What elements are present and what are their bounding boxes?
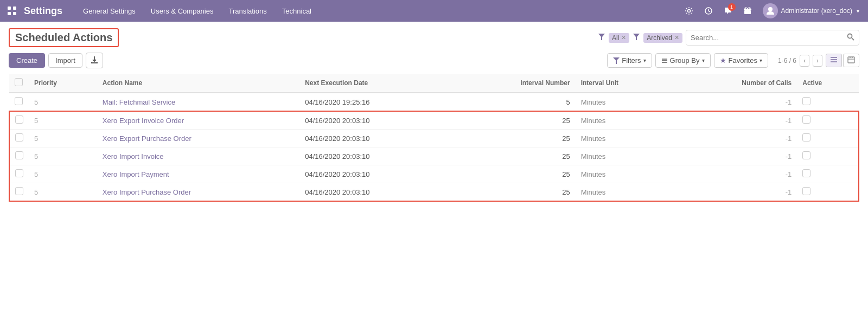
row-active-checkbox[interactable] bbox=[802, 133, 810, 142]
row-active-cell bbox=[797, 165, 859, 183]
col-interval-unit: Interval Unit bbox=[576, 74, 674, 93]
row-priority: 5 bbox=[29, 130, 97, 147]
favorites-chevron: ▾ bbox=[760, 57, 762, 63]
row-checkbox[interactable] bbox=[15, 115, 23, 124]
next-page-button[interactable]: › bbox=[813, 55, 822, 67]
filter-tag-all-remove[interactable]: ✕ bbox=[621, 34, 626, 41]
page-title: Scheduled Actions bbox=[15, 31, 112, 44]
list-view-button[interactable] bbox=[826, 54, 842, 67]
row-number-of-calls: -1 bbox=[674, 130, 797, 147]
row-active-checkbox[interactable] bbox=[802, 97, 810, 105]
row-interval-unit: Minutes bbox=[576, 147, 674, 165]
row-number-of-calls: -1 bbox=[674, 183, 797, 202]
row-interval-unit: Minutes bbox=[576, 183, 674, 202]
chat-icon-wrapper[interactable]: 1 bbox=[719, 2, 737, 20]
svg-rect-1 bbox=[13, 7, 16, 10]
favorites-label: Favorites bbox=[729, 56, 757, 65]
search-input[interactable] bbox=[686, 31, 843, 44]
top-navigation: Settings General Settings Users & Compan… bbox=[0, 0, 868, 22]
row-action-name[interactable]: Xero Import Payment bbox=[97, 165, 299, 183]
row-action-name[interactable]: Xero Export Invoice Order bbox=[97, 111, 299, 130]
select-all-checkbox[interactable] bbox=[15, 78, 23, 86]
row-active-cell bbox=[797, 183, 859, 202]
filters-button[interactable]: Filters ▾ bbox=[607, 53, 652, 68]
row-action-name[interactable]: Mail: Fetchmail Service bbox=[97, 93, 299, 111]
row-checkbox-cell bbox=[9, 111, 29, 130]
row-next-execution: 04/16/2020 20:03:10 bbox=[299, 183, 453, 202]
row-next-execution: 04/16/2020 20:03:10 bbox=[299, 130, 453, 147]
group-by-chevron: ▾ bbox=[702, 57, 705, 63]
table-header: Priority Action Name Next Execution Date… bbox=[9, 74, 859, 93]
row-number-of-calls: -1 bbox=[674, 111, 797, 130]
row-active-checkbox[interactable] bbox=[802, 115, 810, 124]
svg-point-4 bbox=[687, 10, 690, 12]
grid-icon[interactable] bbox=[4, 3, 20, 18]
svg-point-12 bbox=[848, 34, 852, 38]
create-button[interactable]: Create bbox=[9, 53, 45, 68]
col-interval-number: Interval Number bbox=[453, 74, 576, 93]
search-submit-button[interactable] bbox=[843, 30, 859, 45]
filters-label: Filters bbox=[622, 56, 641, 65]
select-all-header bbox=[9, 74, 29, 93]
row-priority: 5 bbox=[29, 93, 97, 111]
page-header: Scheduled Actions All ✕ Archived ✕ bbox=[9, 28, 859, 47]
nav-users-companies[interactable]: Users & Companies bbox=[143, 0, 221, 22]
user-name: Administrator (xero_doc) bbox=[781, 7, 852, 15]
row-checkbox-cell bbox=[9, 93, 29, 111]
row-action-name[interactable]: Xero Export Purchase Order bbox=[97, 130, 299, 147]
svg-marker-11 bbox=[633, 34, 640, 40]
topnav-right-area: 1 Administrator (xero_doc) ▾ bbox=[680, 0, 864, 22]
table-row[interactable]: 5 Xero Export Purchase Order 04/16/2020 … bbox=[9, 130, 859, 147]
row-interval-unit: Minutes bbox=[576, 165, 674, 183]
svg-rect-0 bbox=[8, 7, 11, 10]
calendar-view-button[interactable] bbox=[843, 54, 859, 67]
table-row[interactable]: 5 Xero Export Invoice Order 04/16/2020 2… bbox=[9, 111, 859, 130]
col-priority: Priority bbox=[29, 74, 97, 93]
row-action-name[interactable]: Xero Import Invoice bbox=[97, 147, 299, 165]
row-checkbox[interactable] bbox=[15, 151, 23, 159]
row-active-checkbox[interactable] bbox=[802, 169, 810, 177]
table-row[interactable]: 5 Xero Import Invoice 04/16/2020 20:03:1… bbox=[9, 147, 859, 165]
filter-tag-all: All ✕ bbox=[609, 33, 629, 43]
col-next-execution: Next Execution Date bbox=[299, 74, 453, 93]
filters-chevron: ▾ bbox=[643, 57, 646, 63]
avatar-chevron: ▾ bbox=[857, 8, 859, 14]
pagination-info: 1-6 / 6 bbox=[778, 57, 796, 65]
row-active-cell bbox=[797, 130, 859, 147]
row-next-execution: 04/16/2020 20:03:10 bbox=[299, 111, 453, 130]
filter-tag-archived-remove[interactable]: ✕ bbox=[674, 34, 679, 41]
row-active-checkbox[interactable] bbox=[802, 187, 810, 195]
svg-rect-21 bbox=[848, 57, 854, 63]
row-interval-unit: Minutes bbox=[576, 130, 674, 147]
row-interval-number: 25 bbox=[453, 165, 576, 183]
gift-icon-btn[interactable] bbox=[739, 2, 756, 20]
row-checkbox[interactable] bbox=[15, 133, 23, 142]
favorites-button[interactable]: ★ Favorites ▾ bbox=[714, 53, 768, 68]
row-number-of-calls: -1 bbox=[674, 165, 797, 183]
svg-marker-14 bbox=[613, 57, 620, 64]
clock-icon-btn[interactable] bbox=[700, 2, 717, 20]
table-row[interactable]: 5 Mail: Fetchmail Service 04/16/2020 19:… bbox=[9, 93, 859, 111]
row-interval-number: 25 bbox=[453, 147, 576, 165]
group-by-button[interactable]: Group By ▾ bbox=[655, 53, 711, 68]
scheduled-actions-table: Priority Action Name Next Execution Date… bbox=[9, 74, 859, 202]
nav-translations[interactable]: Translations bbox=[221, 0, 274, 22]
import-button[interactable]: Import bbox=[48, 53, 82, 68]
prev-page-button[interactable]: ‹ bbox=[800, 55, 809, 67]
page-content: Scheduled Actions All ✕ Archived ✕ bbox=[0, 22, 868, 208]
download-button[interactable] bbox=[86, 53, 103, 68]
row-checkbox[interactable] bbox=[15, 187, 23, 195]
nav-technical[interactable]: Technical bbox=[275, 0, 319, 22]
user-avatar-menu[interactable]: Administrator (xero_doc) ▾ bbox=[758, 0, 864, 22]
svg-marker-10 bbox=[598, 34, 605, 40]
table-row[interactable]: 5 Xero Import Payment 04/16/2020 20:03:1… bbox=[9, 165, 859, 183]
row-action-name[interactable]: Xero Import Purchase Order bbox=[97, 183, 299, 202]
row-checkbox[interactable] bbox=[15, 97, 23, 105]
settings-icon-btn[interactable] bbox=[680, 2, 698, 20]
row-active-checkbox[interactable] bbox=[802, 151, 810, 159]
nav-general-settings[interactable]: General Settings bbox=[75, 0, 143, 22]
table-row[interactable]: 5 Xero Import Purchase Order 04/16/2020 … bbox=[9, 183, 859, 202]
filter-tag-archived: Archived ✕ bbox=[643, 33, 682, 43]
row-interval-unit: Minutes bbox=[576, 111, 674, 130]
row-checkbox[interactable] bbox=[15, 169, 23, 177]
